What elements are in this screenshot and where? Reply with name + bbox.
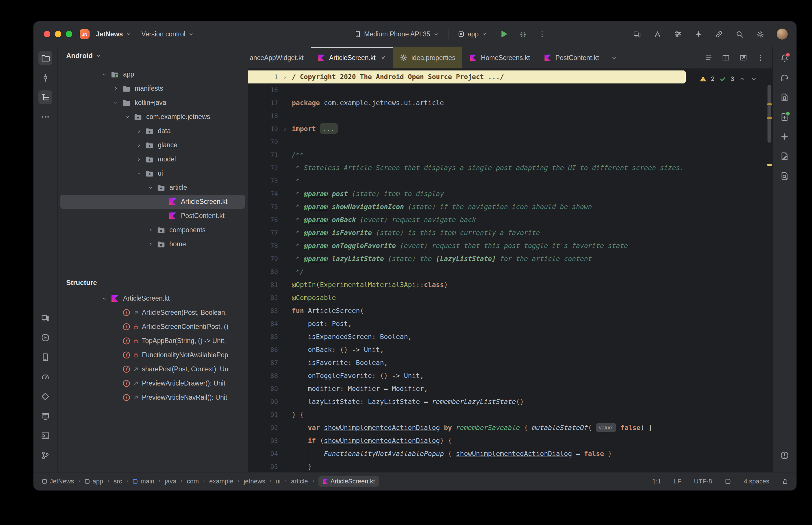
code-line-86[interactable]: 86 onBack: () -> Unit,	[248, 343, 772, 356]
line-number[interactable]: 70	[248, 135, 278, 148]
structure-item-sharepost-post-context-un[interactable]: fsharePost(Post, Context): Un	[60, 362, 245, 376]
find-tool-button[interactable]	[778, 169, 792, 183]
device-mirroring-icon[interactable]	[633, 30, 641, 38]
gradle-tool-button[interactable]	[778, 71, 792, 85]
warning-stripe-mark[interactable]	[767, 164, 772, 166]
more-run-options-button[interactable]	[536, 28, 548, 40]
code-text[interactable]: fun ArticleScreen(	[292, 304, 364, 317]
structure-panel-header[interactable]: Structure	[58, 274, 248, 291]
code-text[interactable]: * @param showNavigationIcon (state) if t…	[292, 200, 592, 213]
line-number[interactable]: 1	[248, 71, 278, 84]
breadcrumb-com[interactable]: com	[187, 478, 199, 485]
code-text[interactable]: * @param onBack (event) request navigate…	[292, 213, 476, 226]
terminal-tool-button[interactable]	[39, 429, 52, 443]
line-number[interactable]: 83	[248, 304, 278, 317]
line-number[interactable]: 85	[248, 330, 278, 343]
code-line-72[interactable]: 72 * Stateless Article Screen that displ…	[248, 162, 772, 175]
editor-layout-icon[interactable]	[725, 478, 731, 484]
code-line-74[interactable]: 74 * @param post (state) item to display	[248, 188, 772, 200]
line-number[interactable]: 19	[248, 122, 278, 135]
code-line-71[interactable]: 71/**	[248, 148, 772, 162]
chevron-down-icon[interactable]	[121, 114, 134, 120]
breadcrumb-java[interactable]: java	[165, 478, 176, 485]
structure-item-topappbar-string-unit-[interactable]: fTopAppBar(String, () -> Unit,	[60, 334, 245, 348]
tab-idea-properties[interactable]: idea.properties	[393, 47, 462, 69]
logcat-tool-button[interactable]	[39, 409, 52, 423]
tool-window-settings-icon[interactable]	[674, 30, 682, 38]
tab-homescreens-kt[interactable]: HomeScreens.kt	[462, 47, 537, 69]
chevron-right-icon[interactable]	[133, 156, 145, 162]
search-everywhere-icon[interactable]	[736, 30, 743, 38]
breadcrumb-article[interactable]: article	[291, 478, 308, 485]
gemini-assistant-icon[interactable]	[695, 30, 703, 38]
app-inspection-tool-button[interactable]	[39, 390, 52, 403]
line-number[interactable]: 75	[248, 200, 278, 213]
commit-tool-button[interactable]	[39, 71, 52, 85]
caret-position[interactable]: 1:1	[652, 478, 661, 485]
breadcrumb-app[interactable]: app	[84, 478, 103, 485]
code-text[interactable]: }	[292, 460, 312, 472]
plugins-link-icon[interactable]	[715, 30, 723, 38]
code-line-76[interactable]: 76 * @param onBack (event) request navig…	[248, 213, 772, 226]
tree-item-ui[interactable]: ui	[60, 166, 245, 180]
vcs-widget[interactable]: Version control	[138, 28, 197, 41]
line-number[interactable]: 16	[248, 84, 278, 96]
code-text[interactable]: *	[292, 175, 300, 188]
code-text[interactable]: modifier: Modifier = Modifier,	[292, 382, 428, 395]
breadcrumb-ui[interactable]: ui	[276, 478, 281, 485]
profiler-tool-button[interactable]	[39, 370, 52, 384]
code-line-88[interactable]: 88 onToggleFavorite: () -> Unit,	[248, 369, 772, 382]
code-text[interactable]: var showUnimplementedActionDialog by rem…	[292, 421, 652, 434]
tab-articlescreen-kt[interactable]: ArticleScreen.kt	[311, 47, 393, 69]
structure-item-articlescreencontent-post-[interactable]: fArticleScreenContent(Post, ()	[60, 320, 245, 334]
code-line-94[interactable]: 94 FunctionalityNotAvailablePopup { show…	[248, 447, 772, 460]
close-tab-icon[interactable]	[380, 55, 386, 61]
code-line-82[interactable]: 82@Composable	[248, 291, 772, 304]
line-number[interactable]: 93	[248, 434, 278, 447]
warning-stripe-mark[interactable]	[767, 117, 772, 119]
more-tool-windows-button[interactable]	[39, 110, 52, 124]
chevron-down-icon[interactable]	[144, 185, 157, 191]
zoom-window-button[interactable]	[66, 31, 72, 37]
code-text[interactable]: if (showUnimplementedActionDialog) {	[292, 434, 452, 447]
breadcrumb-jetnews[interactable]: JetNews	[42, 478, 74, 485]
editor-tabs-list-icon[interactable]	[705, 54, 712, 61]
breadcrumb-articlescreen-kt[interactable]: ArticleScreen.kt	[319, 476, 379, 486]
close-window-button[interactable]	[44, 31, 50, 37]
run-tool-button[interactable]	[39, 331, 52, 345]
line-number[interactable]: 72	[248, 162, 278, 175]
code-text[interactable]: * @param isFavorite (state) is this item…	[292, 226, 540, 239]
project-tool-button[interactable]	[39, 51, 52, 65]
line-number[interactable]: 94	[248, 447, 278, 460]
structure-item-articlescreen-kt[interactable]: ArticleScreen.kt	[60, 291, 245, 305]
code-line-75[interactable]: 75 * @param showNavigationIcon (state) i…	[248, 200, 772, 213]
problems-tool-button[interactable]	[778, 449, 792, 462]
code-line-73[interactable]: 73 *	[248, 175, 772, 188]
project-switcher[interactable]: JetNews	[93, 28, 134, 41]
code-line-92[interactable]: 92 var showUnimplementedActionDialog by …	[248, 421, 772, 434]
tree-item-kotlin-java[interactable]: kotlin+java	[60, 95, 245, 110]
line-number[interactable]: 90	[248, 395, 278, 408]
code-line-77[interactable]: 77 * @param isFavorite (state) is this i…	[248, 226, 772, 239]
code-line-83[interactable]: 83fun ArticleScreen(	[248, 304, 772, 317]
code-text[interactable]: * Stateless Article Screen that displays…	[292, 162, 684, 175]
code-line-85[interactable]: 85 isExpandedScreen: Boolean,	[248, 330, 772, 343]
code-text[interactable]: isFavorite: Boolean,	[292, 356, 388, 369]
editor-scrollbar[interactable]	[768, 85, 771, 142]
line-number[interactable]: 80	[248, 265, 278, 279]
tree-item-manifests[interactable]: manifests	[60, 81, 245, 95]
line-number[interactable]: 78	[248, 239, 278, 252]
code-line-70[interactable]: 70	[248, 135, 772, 148]
line-number[interactable]: 71	[248, 148, 278, 162]
chevron-right-icon[interactable]	[144, 227, 157, 233]
code-line-79[interactable]: 79 * @param lazyListState (state) the [L…	[248, 252, 772, 265]
code-line-81[interactable]: 81@OptIn(ExperimentalMaterial3Api::class…	[248, 279, 772, 291]
code-line-93[interactable]: 93 if (showUnimplementedActionDialog) {	[248, 434, 772, 447]
line-number[interactable]: 74	[248, 188, 278, 200]
chevron-down-icon[interactable]	[109, 100, 122, 106]
indent-config[interactable]: 4 spaces	[744, 478, 769, 485]
code-text[interactable]: * @param post (state) item to display	[292, 188, 444, 200]
code-text[interactable]: onBack: () -> Unit,	[292, 343, 384, 356]
code-line-89[interactable]: 89 modifier: Modifier = Modifier,	[248, 382, 772, 395]
resource-manager-tool-button[interactable]	[778, 110, 792, 124]
